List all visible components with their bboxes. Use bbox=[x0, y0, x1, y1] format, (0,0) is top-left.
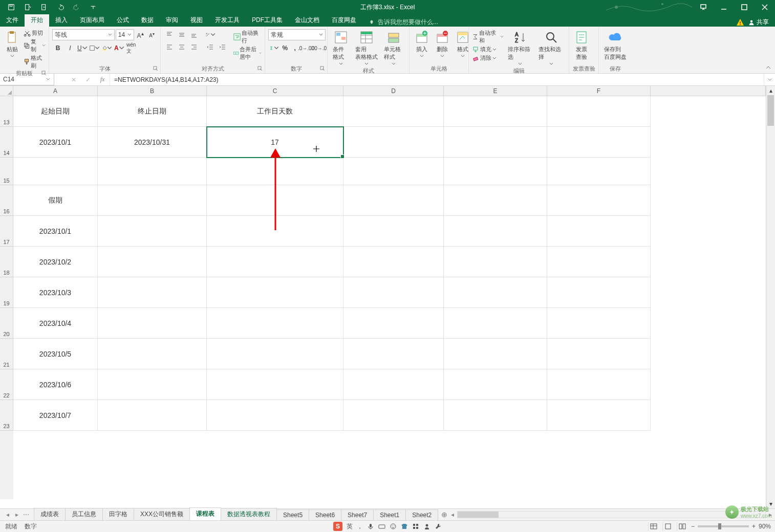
col-header-E[interactable]: E bbox=[444, 86, 547, 96]
cell-C15[interactable] bbox=[207, 158, 343, 185]
worksheet-grid[interactable]: ABCDEF 1314151617181920212223 起始日期终止日期工作… bbox=[0, 86, 775, 508]
fill-color-button[interactable] bbox=[101, 42, 113, 54]
cell-C19[interactable] bbox=[207, 277, 343, 308]
maximize-button[interactable] bbox=[734, 0, 755, 14]
cancel-formula-button[interactable]: ✕ bbox=[67, 74, 81, 85]
cell-C18[interactable] bbox=[207, 247, 343, 277]
tab-开发工具[interactable]: 开发工具 bbox=[209, 14, 246, 27]
cell-B19[interactable] bbox=[98, 277, 207, 308]
cell-A20[interactable]: 2023/10/4 bbox=[13, 308, 98, 339]
cell-B20[interactable] bbox=[98, 308, 207, 339]
cell-D21[interactable] bbox=[343, 339, 444, 369]
cell-F14[interactable] bbox=[547, 127, 651, 158]
cell-A15[interactable] bbox=[13, 158, 98, 185]
cell-A23[interactable]: 2023/10/7 bbox=[13, 400, 98, 431]
align-middle-button[interactable] bbox=[176, 29, 187, 40]
tell-me[interactable]: 告诉我您想要做什么... bbox=[362, 18, 736, 27]
page-layout-view-button[interactable] bbox=[662, 522, 674, 531]
open-button[interactable] bbox=[36, 0, 52, 14]
cell-C16[interactable] bbox=[207, 185, 343, 216]
cell-D19[interactable] bbox=[343, 277, 444, 308]
paste-button[interactable]: 粘贴 bbox=[3, 29, 21, 59]
vertical-scrollbar[interactable]: ▴ ▾ bbox=[766, 86, 775, 508]
select-all-corner[interactable] bbox=[0, 86, 13, 96]
cell-C17[interactable] bbox=[207, 216, 343, 247]
redo-button[interactable] bbox=[69, 0, 85, 14]
cell-styles-button[interactable]: 单元格样式 bbox=[382, 29, 406, 67]
dialog-launcher-icon[interactable] bbox=[41, 71, 47, 76]
row-header-13[interactable]: 13 bbox=[0, 96, 13, 127]
col-header-D[interactable]: D bbox=[343, 86, 444, 96]
row-header-17[interactable]: 17 bbox=[0, 216, 13, 247]
cell-F20[interactable] bbox=[547, 308, 651, 339]
format-painter-button[interactable]: 格式刷 bbox=[24, 54, 46, 70]
sheet-tab-XXX公司销售额[interactable]: XXX公司销售额 bbox=[134, 508, 190, 520]
cell-B21[interactable] bbox=[98, 339, 207, 369]
tab-开始[interactable]: 开始 bbox=[25, 14, 49, 27]
sheet-tab-课程表[interactable]: 课程表 bbox=[189, 507, 221, 521]
bold-button[interactable]: B bbox=[52, 42, 63, 54]
cell-E23[interactable] bbox=[444, 400, 547, 431]
delete-cells-button[interactable]: 删除 bbox=[433, 29, 451, 59]
warning-icon[interactable] bbox=[736, 18, 744, 27]
row-header-21[interactable]: 21 bbox=[0, 339, 13, 369]
cell-C14[interactable]: 17 bbox=[207, 127, 343, 158]
cell-A13[interactable]: 起始日期 bbox=[13, 96, 98, 127]
cell-D18[interactable] bbox=[343, 247, 444, 277]
cell-A17[interactable]: 2023/10/1 bbox=[13, 216, 98, 247]
orientation-button[interactable] bbox=[205, 29, 216, 40]
cell-E14[interactable] bbox=[444, 127, 547, 158]
insert-cells-button[interactable]: 插入 bbox=[413, 29, 431, 59]
enter-formula-button[interactable]: ✓ bbox=[81, 74, 95, 85]
tab-金山文档[interactable]: 金山文档 bbox=[289, 14, 326, 27]
copy-button[interactable]: 复制 bbox=[24, 38, 46, 53]
border-button[interactable] bbox=[89, 42, 100, 54]
cell-A14[interactable]: 2023/10/1 bbox=[13, 127, 98, 158]
sheet-nav-last[interactable]: ▸ bbox=[12, 510, 21, 519]
ime-bar[interactable]: S 英 ， bbox=[333, 522, 442, 531]
col-header-A[interactable]: A bbox=[13, 86, 98, 96]
cell-A21[interactable]: 2023/10/5 bbox=[13, 339, 98, 369]
cell-E18[interactable] bbox=[444, 247, 547, 277]
row-headers[interactable]: 1314151617181920212223 bbox=[0, 96, 13, 499]
row-header-23[interactable]: 23 bbox=[0, 400, 13, 431]
tab-file[interactable]: 文件 bbox=[0, 14, 25, 27]
cell-E13[interactable] bbox=[444, 96, 547, 127]
wrap-text-button[interactable]: 自动换行 bbox=[233, 29, 262, 45]
cell-B16[interactable] bbox=[98, 185, 207, 216]
sheet-tab-Sheet2[interactable]: Sheet2 bbox=[405, 509, 438, 520]
cell-E22[interactable] bbox=[444, 369, 547, 400]
cell-F16[interactable] bbox=[547, 185, 651, 216]
autosum-button[interactable]: 自动求和 bbox=[472, 29, 504, 45]
sort-filter-button[interactable]: AZ排序和筛选 bbox=[506, 29, 535, 67]
cell-C13[interactable]: 工作日天数 bbox=[207, 96, 343, 127]
tab-PDF工具集[interactable]: PDF工具集 bbox=[246, 14, 289, 27]
accounting-format-button[interactable] bbox=[268, 42, 279, 54]
cell-D20[interactable] bbox=[343, 308, 444, 339]
row-header-15[interactable]: 15 bbox=[0, 158, 13, 185]
zoom-slider[interactable] bbox=[698, 525, 749, 527]
cell-A18[interactable]: 2023/10/2 bbox=[13, 247, 98, 277]
cell-C21[interactable] bbox=[207, 339, 343, 369]
sheet-tab-Sheet6[interactable]: Sheet6 bbox=[309, 509, 341, 520]
cell-E15[interactable] bbox=[444, 158, 547, 185]
cell-D16[interactable] bbox=[343, 185, 444, 216]
align-center-button[interactable] bbox=[176, 41, 187, 53]
find-select-button[interactable]: 查找和选择 bbox=[536, 29, 566, 67]
clear-button[interactable]: 清除 bbox=[472, 54, 504, 62]
cell-C23[interactable] bbox=[207, 400, 343, 431]
cell-E20[interactable] bbox=[444, 308, 547, 339]
col-header-C[interactable]: C bbox=[207, 86, 343, 96]
format-as-table-button[interactable]: 套用 表格格式 bbox=[353, 29, 380, 67]
ribbon-options-button[interactable] bbox=[693, 0, 714, 14]
scroll-thumb[interactable] bbox=[767, 95, 774, 126]
cell-E17[interactable] bbox=[444, 216, 547, 247]
col-header-B[interactable]: B bbox=[98, 86, 207, 96]
cells-area[interactable]: 起始日期终止日期工作日天数2023/10/12023/10/3117假期2023… bbox=[13, 96, 766, 499]
align-bottom-button[interactable] bbox=[188, 29, 200, 40]
italic-button[interactable]: I bbox=[64, 42, 76, 54]
cell-F13[interactable] bbox=[547, 96, 651, 127]
insert-function-button[interactable]: fx bbox=[95, 74, 110, 85]
cut-button[interactable]: 剪切 bbox=[24, 29, 46, 37]
sheet-tab-员工信息[interactable]: 员工信息 bbox=[65, 508, 103, 520]
